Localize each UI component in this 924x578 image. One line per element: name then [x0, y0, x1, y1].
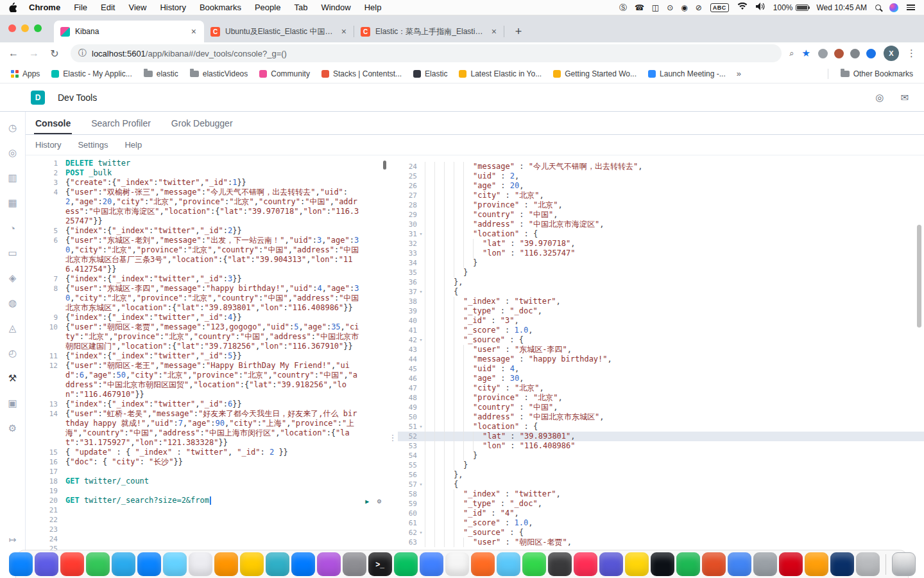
dock-app-17-icon[interactable] — [420, 552, 443, 576]
url-text[interactable]: localhost:5601/app/kibana#/dev_tools/con… — [92, 49, 287, 58]
editor-scrollbar-thumb[interactable] — [383, 161, 386, 170]
tab-close-icon[interactable]: × — [190, 26, 198, 37]
dock-app-20-icon[interactable] — [497, 552, 520, 576]
display-icon[interactable]: ◫ — [652, 4, 659, 12]
code-text[interactable]: {"index":{"_index":"twitter","_id":4}} — [65, 313, 388, 322]
extension-icon[interactable] — [818, 49, 828, 58]
code-text[interactable] — [65, 515, 388, 525]
response-line[interactable]: 27"city" : "北京", — [398, 191, 924, 200]
editor-line[interactable]: 22 — [26, 515, 388, 525]
dock-app-34-icon[interactable] — [856, 552, 880, 576]
fold-icon[interactable] — [417, 210, 425, 220]
editor-line[interactable]: 1DELETE twitter — [26, 159, 388, 168]
code-text[interactable]: {"user":"虹桥-老吴","message":"好友来了都今天我生日，好友… — [65, 409, 388, 448]
reload-button[interactable]: ↻ — [46, 48, 63, 60]
code-text[interactable]: {"doc": { "city": "长沙"}} — [65, 457, 388, 467]
response-line[interactable]: 32"lat" : "39.970718", — [398, 239, 924, 249]
bookmark-item[interactable]: Getting Started Wo... — [549, 67, 641, 80]
bookmark-item[interactable]: Elastic — [409, 67, 452, 80]
dock-app-24-icon[interactable] — [599, 552, 623, 576]
menu-tab[interactable]: Tab — [294, 3, 307, 12]
response-line[interactable]: 50"address" : "中国北京市东城区", — [398, 412, 924, 422]
response-line[interactable]: 26"age" : 20, — [398, 181, 924, 191]
pane-resizer[interactable]: ⋮ — [388, 155, 398, 578]
dock-app-3-icon[interactable] — [60, 552, 84, 576]
menu-file[interactable]: File — [74, 3, 87, 12]
response-line[interactable]: 59"_type" : "_doc", — [398, 499, 924, 509]
editor-line[interactable]: 14{"user":"虹桥-老吴","message":"好友来了都今天我生日，… — [26, 409, 388, 448]
code-text[interactable] — [65, 486, 388, 496]
status-icon[interactable]: ◎ — [875, 92, 884, 103]
fold-icon[interactable] — [417, 538, 425, 547]
uptime-icon[interactable]: ◴ — [6, 346, 20, 360]
fold-icon[interactable] — [417, 451, 425, 460]
bookmark-item[interactable]: Community — [255, 67, 314, 80]
notification-center-icon[interactable] — [907, 4, 915, 10]
code-text[interactable]: GET twitter/_count — [65, 477, 388, 486]
response-line[interactable]: 58"_index" : "twitter", — [398, 489, 924, 499]
editor-line[interactable]: 23 — [26, 525, 388, 534]
bookmarks-overflow-icon[interactable]: » — [733, 69, 745, 78]
response-line[interactable]: 25"uid" : 2, — [398, 171, 924, 181]
dock-app-2-icon[interactable] — [35, 552, 58, 576]
code-text[interactable]: {"user":"东城区-李四","message":"happy birthd… — [65, 284, 388, 313]
response-line[interactable]: 61"_score" : 1.0, — [398, 518, 924, 528]
fold-icon[interactable] — [417, 220, 425, 229]
bookmark-item[interactable]: elasticVideos — [185, 67, 253, 80]
dock-app-30-icon[interactable] — [753, 552, 777, 576]
fold-icon[interactable] — [417, 355, 425, 364]
fold-icon[interactable]: ▾ — [417, 287, 425, 297]
console-response[interactable]: 24"message" : "今儿天气不错啊，出去转转去",25"uid" : … — [398, 155, 924, 578]
fold-icon[interactable] — [417, 162, 425, 171]
menu-edit[interactable]: Edit — [101, 3, 115, 12]
fold-icon[interactable] — [417, 489, 425, 499]
dock-app-19-icon[interactable] — [471, 552, 495, 576]
code-text[interactable]: {"user":"东城区-老刘","message":"出发，下一站云南！","… — [65, 236, 388, 274]
code-text[interactable]: {"user":"朝阳区-老王","message":"Happy BirthD… — [65, 361, 388, 399]
dock-app-31-icon[interactable] — [779, 552, 803, 576]
dock-app-12-icon[interactable] — [291, 552, 315, 576]
recently-viewed-icon[interactable]: ◷ — [6, 121, 20, 135]
dock-app-22-icon[interactable] — [548, 552, 572, 576]
fold-icon[interactable] — [417, 470, 425, 480]
editor-line[interactable]: 19 — [26, 486, 388, 496]
response-line[interactable]: 34} — [398, 258, 924, 268]
editor-line[interactable]: 8{"user":"东城区-李四","message":"happy birth… — [26, 284, 388, 313]
fold-icon[interactable] — [417, 268, 425, 277]
response-line[interactable]: 48"province" : "北京", — [398, 393, 924, 403]
siri-icon[interactable] — [889, 3, 898, 12]
fold-icon[interactable] — [417, 181, 425, 191]
finder-icon[interactable] — [9, 552, 33, 576]
fold-icon[interactable]: ▾ — [417, 528, 425, 538]
fold-icon[interactable] — [417, 509, 425, 518]
response-line[interactable]: 49"country" : "中国", — [398, 403, 924, 412]
fold-icon[interactable] — [417, 441, 425, 451]
dev-tools-icon[interactable]: ⚒ — [6, 371, 20, 385]
response-line[interactable]: 44"message" : "happy birthday!", — [398, 355, 924, 364]
machine-learning-icon[interactable]: ◍ — [6, 296, 20, 310]
tab-search-profiler[interactable]: Search Profiler — [90, 112, 152, 134]
dock-app-10-icon[interactable] — [240, 552, 264, 576]
fold-icon[interactable] — [417, 171, 425, 181]
timelion-icon[interactable]: ◔ — [6, 221, 20, 235]
dock-app-29-icon[interactable] — [728, 552, 751, 576]
dock-app-8-icon[interactable] — [189, 552, 212, 576]
dock-app-4-icon[interactable] — [86, 552, 110, 576]
do-not-disturb-icon[interactable]: ⊘ — [696, 4, 702, 12]
menu-view[interactable]: View — [128, 3, 146, 12]
terminal-icon[interactable]: >_ — [368, 552, 392, 576]
response-line[interactable]: 36}, — [398, 277, 924, 287]
code-text[interactable]: DELETE twitter — [65, 159, 388, 168]
fold-icon[interactable] — [417, 258, 425, 268]
input-source-indicator[interactable]: ABC — [710, 3, 729, 12]
fold-icon[interactable] — [417, 277, 425, 287]
response-line[interactable]: 46"age" : 30, — [398, 374, 924, 383]
console-menu-settings[interactable]: Settings — [78, 140, 108, 150]
request-settings-button[interactable]: ⚙ — [377, 496, 381, 506]
fold-icon[interactable] — [417, 432, 425, 441]
dock-app-21-icon[interactable] — [522, 552, 546, 576]
dock-app-11-icon[interactable] — [266, 552, 289, 576]
fold-icon[interactable] — [417, 393, 425, 403]
bookmark-item[interactable]: Launch Meeting -... — [644, 67, 730, 80]
fold-icon[interactable] — [417, 518, 425, 528]
